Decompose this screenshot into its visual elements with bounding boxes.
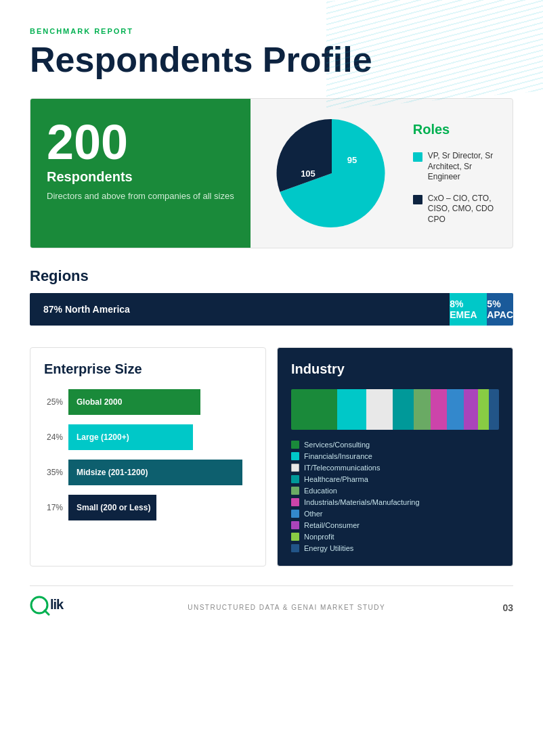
ind-legend-item-3: IT/Telecommunications [291, 464, 499, 472]
ind-legend-color-3 [291, 464, 299, 472]
bar-fill-2: Large (1200+) [68, 424, 193, 450]
bar-fill-3: Midsize (201-1200) [68, 460, 242, 485]
bar-row-4: 17% Small (200 or Less) [44, 495, 252, 520]
svg-text:95: 95 [347, 155, 357, 165]
legend-color-1 [413, 152, 422, 162]
stack-seg-3 [366, 389, 393, 430]
footer: lik UNSTRUCTURED DATA & GENAI MARKET STU… [30, 585, 513, 621]
enterprise-panel: Enterprise Size 25% Global 2000 24% Larg… [30, 347, 266, 566]
region-apac: 5% APAC [487, 293, 513, 326]
region-north-america: 87% North America [30, 293, 450, 326]
legend-color-2 [413, 195, 422, 204]
stack-seg-9 [478, 389, 488, 430]
footer-page-number: 03 [502, 602, 513, 613]
stack-seg-2 [337, 389, 366, 430]
ind-legend-text-2: Financials/Insurance [304, 452, 372, 460]
bar-track-3: Midsize (201-1200) [68, 460, 252, 485]
respondents-box: 200 Respondents Directors and above from… [30, 99, 251, 248]
stack-seg-8 [464, 389, 478, 430]
legend-text-1: VP, Sr Director, Sr Architect, Sr Engine… [428, 151, 499, 183]
stack-seg-6 [431, 389, 448, 430]
ind-legend-color-9 [291, 533, 299, 541]
legend-item-1: VP, Sr Director, Sr Architect, Sr Engine… [413, 151, 499, 183]
ind-legend-color-8 [291, 521, 299, 529]
ind-legend-text-8: Retail/Consumer [304, 521, 360, 529]
region-north-america-label: 87% North America [43, 304, 130, 315]
ind-legend-item-7: Other [291, 510, 499, 518]
ind-legend-color-4 [291, 475, 299, 483]
ind-legend-text-9: Nonprofit [304, 533, 334, 541]
respondents-number: 200 [47, 118, 234, 166]
ind-legend-item-9: Nonprofit [291, 533, 499, 541]
stack-seg-1 [291, 389, 337, 430]
respondents-desc: Directors and above from companies of al… [47, 190, 234, 202]
bar-pct-4: 17% [44, 503, 63, 512]
bar-label-4: Small (200 or Less) [77, 503, 150, 512]
svg-text:105: 105 [301, 169, 316, 179]
bar-pct-2: 24% [44, 432, 63, 442]
bar-label-2: Large (1200+) [77, 432, 129, 442]
ind-legend-item-4: Healthcare/Pharma [291, 475, 499, 483]
bar-fill-4: Small (200 or Less) [68, 495, 156, 520]
ind-legend-text-4: Healthcare/Pharma [304, 475, 368, 483]
page: BENCHMARK REPORT Respondents Profile 200… [0, 0, 543, 756]
ind-legend-color-7 [291, 510, 299, 518]
ind-legend-item-2: Financials/Insurance [291, 452, 499, 460]
stack-seg-4 [393, 389, 414, 430]
ind-legend-color-2 [291, 452, 299, 460]
svg-line-3 [45, 610, 49, 615]
ind-legend-text-1: Services/Consulting [304, 441, 370, 449]
bar-label-1: Global 2000 [77, 397, 122, 407]
bar-track-1: Global 2000 [68, 389, 252, 415]
respondents-title: Respondents [47, 169, 234, 185]
pie-chart: 105 95 [271, 112, 393, 234]
regions-title: Regions [30, 267, 513, 285]
enterprise-panel-title: Enterprise Size [44, 361, 252, 377]
industry-panel: Industry Services/Consulting [277, 347, 513, 566]
benchmark-label: BENCHMARK REPORT [30, 27, 513, 35]
regions-bar: 87% North America 8% EMEA 5% APAC [30, 293, 513, 326]
bar-track-2: Large (1200+) [68, 424, 252, 450]
svg-text:lik: lik [50, 597, 64, 612]
bar-fill-1: Global 2000 [68, 389, 200, 415]
top-section: 200 Respondents Directors and above from… [30, 98, 513, 248]
roles-legend: Roles VP, Sr Director, Sr Architect, Sr … [413, 122, 499, 225]
bar-label-3: Midsize (201-1200) [77, 468, 148, 477]
bar-pct-1: 25% [44, 397, 63, 407]
ind-legend-text-10: Energy Utilities [304, 544, 353, 552]
ind-legend-text-5: Education [304, 487, 337, 495]
region-emea: 8% EMEA [450, 293, 487, 326]
roles-title: Roles [413, 122, 499, 137]
ind-legend-item-1: Services/Consulting [291, 441, 499, 449]
ind-legend-item-5: Education [291, 487, 499, 495]
ind-legend-text-6: Industrials/Materials/Manufacturing [304, 498, 420, 506]
region-emea-label: 8% EMEA [450, 298, 487, 320]
footer-brand: lik [30, 594, 70, 621]
ind-legend-item-10: Energy Utilities [291, 544, 499, 552]
bar-row-1: 25% Global 2000 [44, 389, 252, 415]
bar-row-2: 24% Large (1200+) [44, 424, 252, 450]
stack-seg-7 [447, 389, 464, 430]
legend-item-2: CxO – CIO, CTO, CISO, CMO, CDO CPO [413, 194, 499, 225]
page-title: Respondents Profile [30, 41, 513, 79]
industry-panel-title: Industry [291, 361, 499, 377]
ind-legend-item-6: Industrials/Materials/Manufacturing [291, 498, 499, 506]
ind-legend-color-5 [291, 487, 299, 495]
bar-pct-3: 35% [44, 468, 63, 477]
ind-legend-item-8: Retail/Consumer [291, 521, 499, 529]
ind-legend-color-1 [291, 441, 299, 449]
ind-legend-text-7: Other [304, 510, 323, 518]
industry-legend: Services/Consulting Financials/Insurance… [291, 441, 499, 552]
qlik-logo: lik [30, 594, 70, 621]
footer-study-text: UNSTRUCTURED DATA & GENAI MARKET STUDY [188, 604, 385, 611]
bar-row-3: 35% Midsize (201-1200) [44, 460, 252, 485]
chart-section: 105 95 Roles VP, Sr Director, Sr Archite… [251, 99, 513, 248]
bottom-panels: Enterprise Size 25% Global 2000 24% Larg… [30, 347, 513, 566]
stack-seg-10 [489, 389, 499, 430]
ind-legend-color-6 [291, 498, 299, 506]
bar-track-4: Small (200 or Less) [68, 495, 252, 520]
region-apac-label: 5% APAC [487, 298, 513, 320]
industry-stack [291, 389, 499, 430]
stack-seg-5 [414, 389, 431, 430]
ind-legend-text-3: IT/Telecommunications [304, 464, 381, 472]
